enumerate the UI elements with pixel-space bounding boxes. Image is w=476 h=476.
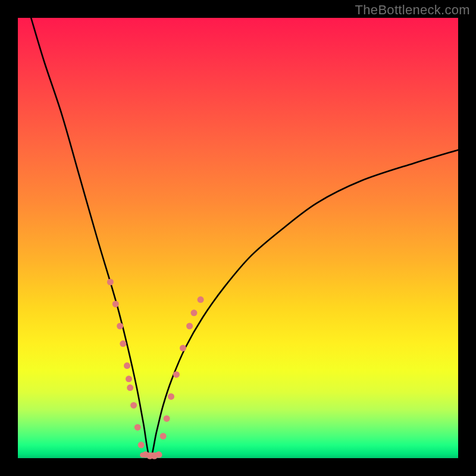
marker-dot — [107, 279, 114, 286]
bottleneck-curve — [31, 18, 458, 458]
marker-dot — [112, 301, 119, 308]
marker-dot — [126, 375, 132, 382]
marker-dot — [120, 340, 126, 347]
plot-area — [18, 18, 458, 458]
chart-svg — [18, 18, 458, 458]
marker-dot — [117, 323, 123, 330]
chart-stage: TheBottleneck.com — [0, 0, 476, 476]
marker-group — [107, 279, 204, 459]
marker-dot — [127, 384, 133, 391]
marker-dot — [155, 452, 162, 458]
marker-dot — [134, 424, 141, 431]
marker-dot — [191, 309, 198, 316]
marker-dot — [124, 362, 130, 369]
marker-dot — [180, 345, 186, 352]
marker-dot — [186, 323, 193, 330]
marker-dot — [138, 441, 145, 448]
marker-dot — [198, 296, 204, 303]
marker-dot — [160, 433, 167, 440]
marker-dot — [130, 402, 137, 409]
watermark-text: TheBottleneck.com — [355, 2, 470, 18]
marker-dot — [164, 415, 170, 422]
marker-dot — [168, 393, 174, 400]
marker-dot — [173, 371, 180, 378]
